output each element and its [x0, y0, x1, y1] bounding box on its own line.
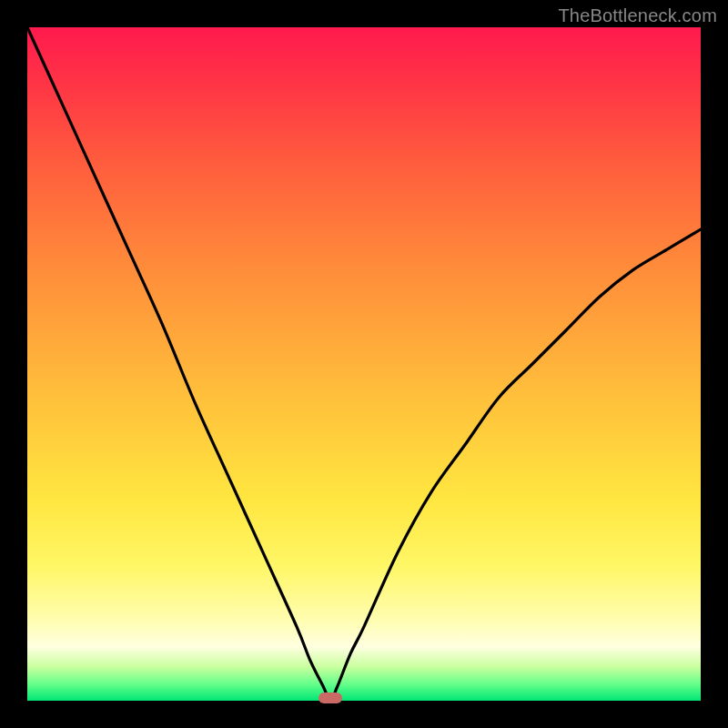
optimum-marker — [318, 693, 342, 703]
bottleneck-curve — [27, 27, 701, 701]
plot-area — [27, 27, 701, 701]
watermark-text: TheBottleneck.com — [558, 5, 717, 26]
chart-frame: TheBottleneck.com — [0, 0, 728, 728]
